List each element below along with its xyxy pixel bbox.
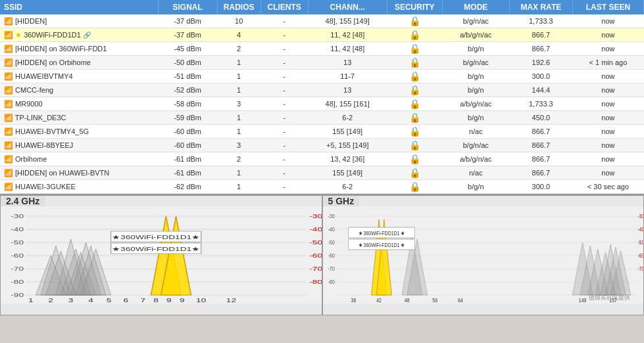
lock-icon: 🔒 (409, 168, 420, 178)
col-header-signal[interactable]: SIGNAL (158, 0, 217, 14)
radios-cell: 1 (217, 166, 260, 180)
ssid-cell: 📶 MR9000 (0, 97, 158, 111)
signal-cell: -37 dBm (158, 28, 217, 42)
channel-cell: 48], 155 [149] (308, 14, 387, 28)
signal-cell: -45 dBm (158, 42, 217, 56)
security-cell: 🔒 (387, 152, 442, 166)
table-row[interactable]: 📶 TP-LINK_DE3C-59 dBm1-6-2🔒b/g/n450.0now (0, 111, 644, 125)
table-row[interactable]: 📶 HUAWEI-3GUKEE-62 dBm1-6-2🔒b/g/n300.0< … (0, 180, 644, 194)
col-header-ssid[interactable]: SSID (0, 0, 158, 14)
watermark: 值得买社区提供 (589, 294, 630, 302)
clients-cell: - (260, 180, 308, 194)
channel-cell: 6-2 (308, 180, 387, 194)
channel-cell: 13, 42 [36] (308, 152, 387, 166)
mode-cell: b/g/n (442, 111, 509, 125)
radios-cell: 3 (217, 139, 260, 152)
signal-cell: -58 dBm (158, 97, 217, 111)
svg-text:64: 64 (458, 297, 463, 304)
security-cell: 🔒 (387, 70, 442, 83)
clients-cell: - (260, 97, 308, 111)
maxrate-cell: 450.0 (509, 111, 572, 125)
svg-text:48: 48 (404, 297, 409, 304)
clients-cell: - (260, 152, 308, 166)
channel-cell: 11-7 (308, 70, 387, 83)
mode-cell: a/b/g/n/ac (442, 152, 509, 166)
table-row[interactable]: 📶 Orbihome-61 dBm2-13, 42 [36]🔒a/b/g/n/a… (0, 152, 644, 166)
maxrate-cell: 866.7 (509, 28, 572, 42)
ssid-cell: 📶 HUAWEIBVTMY4 (0, 70, 158, 83)
col-header-radios[interactable]: RADIOS (217, 0, 260, 14)
wifi-icon: 📶 (4, 58, 13, 66)
svg-text:7: 7 (141, 297, 146, 303)
lastseen-cell: now (572, 70, 643, 83)
col-header-clients[interactable]: CLIENTS (260, 0, 308, 14)
clients-cell: - (260, 14, 308, 28)
lastseen-cell: now (572, 166, 643, 180)
ssid-cell: 📶 TP-LINK_DE3C (0, 111, 158, 125)
mode-cell: b/g/n/ac (442, 14, 509, 28)
table-row[interactable]: 📶 [HIDDEN] on 360WiFi-FDD1-45 dBm2-11, 4… (0, 42, 644, 56)
channel-cell: 155 [149] (308, 125, 387, 139)
security-cell: 🔒 (387, 125, 442, 139)
ssid-cell: 📶 ★ 360WiFi-FDD1D1 🔗 (0, 28, 158, 42)
lastseen-cell: now (572, 28, 643, 42)
svg-text:5: 5 (107, 297, 112, 303)
clients-cell: - (260, 42, 308, 56)
clients-cell: - (260, 166, 308, 180)
channel-cell: +5, 155 [149] (308, 139, 387, 152)
lock-icon: 🔒 (409, 181, 420, 192)
security-cell: 🔒 (387, 83, 442, 97)
security-cell: 🔒 (387, 139, 442, 152)
lastseen-cell: now (572, 14, 643, 28)
mode-cell: b/g/n (442, 180, 509, 194)
clients-cell: - (260, 83, 308, 97)
signal-cell: -60 dBm (158, 139, 217, 152)
ssid-name: TP-LINK_DE3C (15, 114, 66, 122)
svg-text:-60: -60 (637, 252, 643, 259)
signal-cell: -37 dBm (158, 14, 217, 28)
chart-section: 2.4 GHz -30 -40 -50 -60 -70 (0, 194, 644, 315)
col-header-lastseen[interactable]: LAST SEEN (572, 0, 643, 14)
table-row[interactable]: 📶 CMCC-feng-52 dBm1-13🔒b/g/n144.4now (0, 83, 644, 97)
ssid-cell: 📶 [HIDDEN] on 360WiFi-FDD1 (0, 42, 158, 56)
ssid-cell: 📶 [HIDDEN] on Orbihome (0, 56, 158, 70)
security-cell: 🔒 (387, 97, 442, 111)
table-row[interactable]: 📶 HUAWEIBVTMY4-51 dBm1-11-7🔒b/g/n300.0no… (0, 70, 644, 83)
table-row[interactable]: 📶 HUAWEI-8BYEEJ-60 dBm3-+5, 155 [149]🔒b/… (0, 139, 644, 152)
svg-text:6: 6 (124, 297, 129, 303)
col-header-security[interactable]: SECURITY (387, 0, 442, 14)
lock-icon: 🔒 (409, 85, 420, 95)
table-row[interactable]: 📶 ★ 360WiFi-FDD1D1 🔗-37 dBm4-11, 42 [48]… (0, 28, 644, 42)
svg-text:-30: -30 (309, 213, 321, 219)
svg-text:8: 8 (153, 297, 159, 303)
ssid-name: [HIDDEN] (15, 17, 47, 25)
channel-cell: 6-2 (308, 111, 387, 125)
mode-cell: b/g/n/ac (442, 139, 509, 152)
lastseen-cell: now (572, 83, 643, 97)
signal-cell: -61 dBm (158, 152, 217, 166)
svg-text:10: 10 (196, 297, 206, 303)
radios-cell: 1 (217, 180, 260, 194)
security-cell: 🔒 (387, 111, 442, 125)
mode-cell: b/g/n (442, 42, 509, 56)
table-row[interactable]: 📶 MR9000-58 dBm3-48], 155 [161]🔒a/b/g/n/… (0, 97, 644, 111)
svg-text:2: 2 (48, 297, 53, 303)
table-row[interactable]: 📶 [HIDDEN] on HUAWEI-BVTN-61 dBm1-155 [1… (0, 166, 644, 180)
mode-cell: n/ac (442, 125, 509, 139)
col-header-channel[interactable]: CHANN... (308, 0, 387, 14)
lock-icon: 🔒 (409, 140, 420, 150)
star-icon: ★ (15, 31, 22, 39)
table-row[interactable]: 📶 [HIDDEN]-37 dBm10-48], 155 [149]🔒b/g/n… (0, 14, 644, 28)
col-header-maxrate[interactable]: MAX RATE (509, 0, 572, 14)
ssid-cell: 📶 HUAWEI-8BYEEJ (0, 139, 158, 152)
table-row[interactable]: 📶 HUAWEI-BVTMY4_5G-60 dBm1-155 [149]🔒n/a… (0, 125, 644, 139)
svg-text:3: 3 (68, 297, 74, 303)
channel-cell: 11, 42 [48] (308, 42, 387, 56)
table-row[interactable]: 📶 [HIDDEN] on Orbihome-50 dBm1-13🔒b/g/n/… (0, 56, 644, 70)
ssid-cell: 📶 [HIDDEN] (0, 14, 158, 28)
col-header-mode[interactable]: MODE (442, 0, 509, 14)
radios-cell: 1 (217, 70, 260, 83)
security-cell: 🔒 (387, 42, 442, 56)
ssid-name: [HIDDEN] on Orbihome (15, 58, 91, 66)
radios-cell: 2 (217, 42, 260, 56)
